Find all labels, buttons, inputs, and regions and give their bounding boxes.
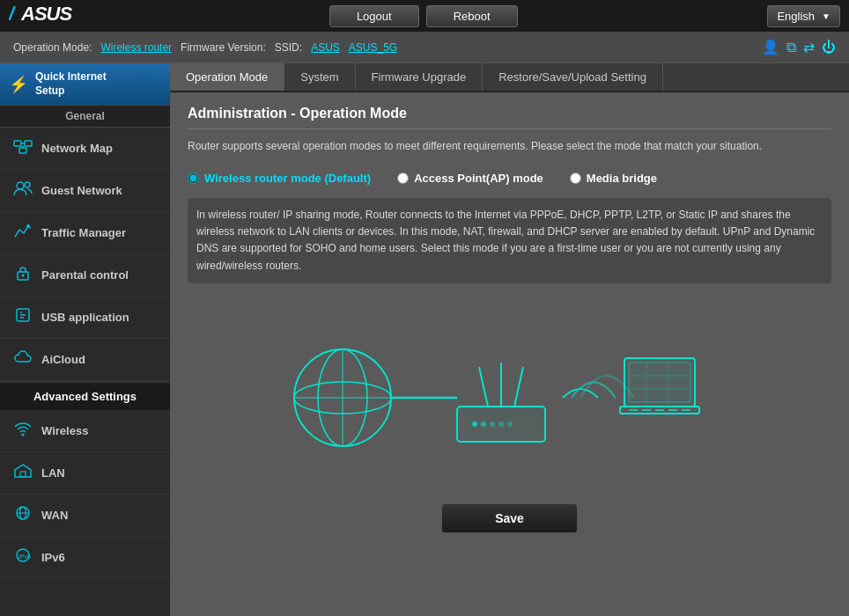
- sidebar-item-wireless[interactable]: Wireless: [0, 410, 170, 452]
- language-label: English: [777, 10, 815, 23]
- tab-operation-mode[interactable]: Operation Mode: [170, 63, 284, 91]
- svg-point-32: [481, 422, 486, 427]
- svg-line-28: [479, 367, 488, 407]
- parental-control-label: Parental control: [41, 268, 129, 282]
- reboot-button[interactable]: Reboot: [426, 5, 518, 27]
- svg-point-8: [25, 182, 30, 187]
- wireless-router-label: Wireless router mode (Default): [204, 172, 371, 185]
- network-map-label: Network Map: [41, 142, 113, 155]
- svg-point-34: [498, 422, 504, 427]
- sidebar-item-wan[interactable]: WAN: [0, 495, 170, 537]
- media-bridge-option[interactable]: Media bridge: [570, 172, 657, 185]
- svg-point-33: [490, 422, 495, 427]
- tab-system[interactable]: System: [284, 63, 355, 91]
- ipv6-label: IPv6: [41, 551, 65, 564]
- general-section-label: General: [0, 105, 170, 128]
- svg-point-7: [17, 182, 24, 189]
- wan-icon: [13, 505, 33, 525]
- media-bridge-radio[interactable]: [570, 172, 581, 184]
- page-title: Administration - Operation Mode: [188, 106, 831, 129]
- svg-text:IPv6: IPv6: [18, 554, 31, 560]
- svg-point-11: [22, 275, 25, 277]
- wireless-icon: [13, 421, 33, 441]
- network-diagram-svg: [290, 319, 730, 477]
- media-bridge-label: Media bridge: [587, 172, 657, 185]
- mode-description: In wireless router/ IP sharing mode, Rou…: [188, 198, 831, 283]
- logout-button[interactable]: Logout: [329, 5, 419, 27]
- status-bar: Operation Mode: Wireless router Firmware…: [0, 32, 849, 63]
- svg-rect-2: [14, 141, 21, 146]
- quick-setup-icon: ⚡: [9, 75, 28, 94]
- main-layout: ⚡ Quick InternetSetup General Network Ma…: [0, 63, 849, 616]
- asus-logo: / ASUS: [9, 1, 79, 31]
- parental-control-icon: [13, 265, 33, 285]
- svg-point-35: [507, 422, 513, 427]
- lan-icon: [13, 463, 33, 483]
- firmware-label: Firmware Version:: [181, 41, 266, 54]
- user-icon[interactable]: 👤: [762, 39, 779, 55]
- status-icons: 👤 ⧉ ⇄ ⏻: [762, 39, 836, 55]
- svg-text:ASUS: ASUS: [20, 3, 72, 25]
- guest-network-label: Guest Network: [41, 184, 122, 197]
- wifi-icon[interactable]: ⇄: [803, 39, 815, 55]
- sidebar-item-aicloud[interactable]: AiCloud: [0, 339, 170, 381]
- page-description: Router supports several operation modes …: [188, 138, 831, 154]
- copy-icon[interactable]: ⧉: [786, 40, 796, 55]
- traffic-manager-label: Traffic Manager: [41, 226, 126, 239]
- content-area: Operation Mode System Firmware Upgrade R…: [170, 63, 849, 616]
- sidebar-item-parental-control[interactable]: Parental control: [0, 254, 170, 297]
- usb-application-icon: [13, 307, 33, 327]
- usb-application-label: USB application: [41, 311, 129, 324]
- lan-label: LAN: [41, 466, 65, 480]
- app-header: / ASUS Logout Reboot English ▼: [0, 0, 849, 32]
- wan-label: WAN: [41, 509, 68, 522]
- svg-rect-14: [20, 472, 26, 477]
- aicloud-label: AiCloud: [41, 353, 85, 366]
- ssid-5g-value[interactable]: ASUS_5G: [349, 41, 397, 54]
- network-map-icon: [13, 138, 33, 158]
- save-button[interactable]: Save: [441, 503, 578, 533]
- sidebar-item-lan[interactable]: LAN: [0, 452, 170, 495]
- svg-rect-37: [629, 363, 690, 402]
- language-selector[interactable]: English ▼: [767, 5, 840, 27]
- sidebar-item-network-map[interactable]: Network Map: [0, 128, 170, 170]
- network-diagram: [188, 301, 831, 495]
- operation-mode-value[interactable]: Wireless router: [100, 41, 172, 54]
- traffic-manager-icon: [13, 223, 33, 243]
- ipv6-icon: IPv6: [13, 547, 33, 568]
- ssid-label: SSID:: [275, 41, 302, 54]
- svg-point-31: [472, 422, 477, 427]
- operation-mode-label: Operation Mode:: [13, 41, 92, 54]
- advanced-settings-label: Advanced Settings: [0, 381, 170, 410]
- quick-internet-setup[interactable]: ⚡ Quick InternetSetup: [0, 63, 170, 105]
- ssid-value[interactable]: ASUS: [311, 41, 340, 54]
- power-icon[interactable]: ⏻: [822, 40, 836, 55]
- wireless-label: Wireless: [41, 424, 88, 437]
- svg-line-30: [514, 367, 523, 407]
- sidebar-item-ipv6[interactable]: IPv6 IPv6: [0, 537, 170, 579]
- svg-point-13: [22, 434, 25, 436]
- svg-rect-4: [19, 148, 26, 153]
- aicloud-icon: [13, 349, 33, 370]
- sidebar: ⚡ Quick InternetSetup General Network Ma…: [0, 63, 170, 616]
- sidebar-item-guest-network[interactable]: Guest Network: [0, 170, 170, 212]
- svg-text:/: /: [9, 3, 17, 25]
- tab-firmware-upgrade[interactable]: Firmware Upgrade: [356, 63, 484, 91]
- sidebar-item-traffic-manager[interactable]: Traffic Manager: [0, 212, 170, 254]
- quick-setup-label: Quick InternetSetup: [35, 70, 107, 98]
- tab-restore-save[interactable]: Restore/Save/Upload Setting: [483, 63, 663, 91]
- access-point-radio[interactable]: [397, 172, 409, 184]
- svg-rect-3: [25, 141, 32, 146]
- chevron-down-icon: ▼: [822, 11, 831, 21]
- svg-point-9: [26, 224, 30, 228]
- header-buttons: Logout Reboot: [329, 5, 518, 27]
- sidebar-item-usb-application[interactable]: USB application: [0, 297, 170, 339]
- mode-radio-options: Wireless router mode (Default) Access Po…: [188, 172, 831, 185]
- guest-network-icon: [13, 180, 33, 201]
- access-point-label: Access Point(AP) mode: [414, 172, 543, 185]
- wireless-router-option[interactable]: Wireless router mode (Default): [188, 172, 371, 185]
- access-point-option[interactable]: Access Point(AP) mode: [397, 172, 543, 185]
- save-area: Save: [188, 495, 831, 551]
- page-content: Administration - Operation Mode Router s…: [170, 92, 849, 616]
- wireless-router-radio[interactable]: [188, 172, 199, 184]
